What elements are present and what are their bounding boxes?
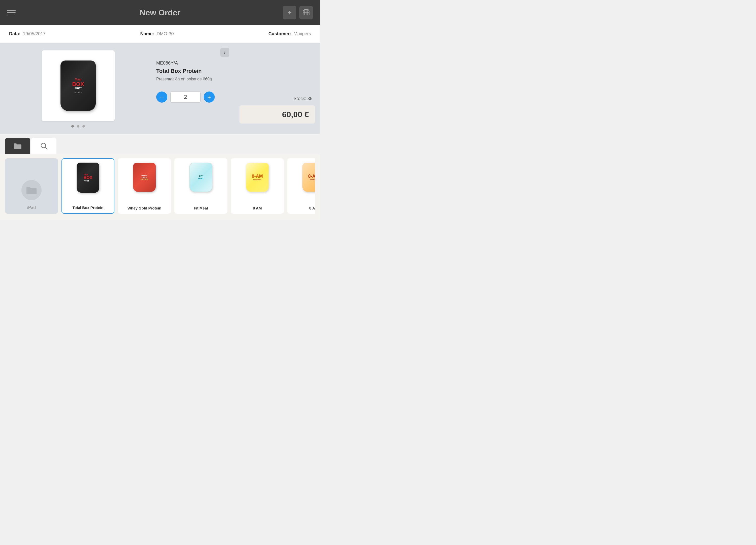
- info-button[interactable]: i: [220, 48, 229, 57]
- decrease-quantity-button[interactable]: −: [156, 91, 167, 103]
- dot-1[interactable]: [71, 125, 74, 127]
- svg-line-7: [45, 147, 47, 149]
- product-grid-label: 8 AM: [287, 206, 315, 210]
- folder-label: iPad: [27, 205, 36, 210]
- product-thumbnail: FIT MEAL: [187, 161, 215, 193]
- product-grid-label: Fit Meal: [174, 206, 227, 210]
- name-value: DMO-30: [157, 31, 174, 37]
- customer-value: Maxpers: [294, 31, 311, 37]
- product-sku: ME086Y/A: [156, 60, 227, 66]
- header-actions: +: [283, 6, 313, 19]
- name-label: Name:: [140, 31, 154, 37]
- folder-icon-container: [21, 180, 42, 200]
- data-value: 19/05/2017: [23, 31, 46, 37]
- product-grid-label: 8 AM: [231, 206, 284, 210]
- name-section: Name: DMO-30: [140, 31, 174, 37]
- product-thumbnail: 8-AM NutriSur: [300, 161, 315, 193]
- increase-quantity-button[interactable]: +: [204, 91, 215, 103]
- list-item[interactable]: WHEY GOLD PROTEIN Whey Gold Protein: [118, 158, 171, 214]
- page-title: New Order: [140, 8, 180, 17]
- customer-section: Customer: Maxpers: [268, 31, 311, 37]
- plus-qty-icon: +: [207, 94, 211, 100]
- cart-icon: [303, 9, 310, 16]
- list-item[interactable]: FIT MEAL Fit Meal: [174, 158, 227, 214]
- product-image-section: Total BOX PROT NutriSur: [5, 48, 151, 128]
- product-name: Total Box Protein: [156, 68, 227, 74]
- dot-2[interactable]: [77, 125, 79, 127]
- dot-3[interactable]: [82, 125, 85, 127]
- search-tab[interactable]: [31, 138, 56, 154]
- product-thumbnail: Total BOX PROT: [74, 161, 102, 194]
- minus-icon: −: [160, 94, 164, 100]
- price-box: 60,00 €: [239, 105, 315, 123]
- list-item[interactable]: iPad: [5, 158, 58, 214]
- product-grid-label: Whey Gold Protein: [118, 206, 171, 210]
- product-bag-image: Total BOX PROT NutriSur: [60, 60, 96, 111]
- quantity-controls: − 2 +: [156, 91, 227, 103]
- product-thumbnail: WHEY GOLD PROTEIN: [131, 161, 158, 193]
- product-info-section: i ME086Y/A Total Box Protein Presentació…: [151, 48, 234, 128]
- product-image-card: Total BOX PROT NutriSur: [42, 50, 115, 121]
- hamburger-menu[interactable]: [7, 10, 16, 15]
- list-item[interactable]: Total BOX PROT Total Box Protein: [61, 158, 114, 214]
- search-tab-icon: [40, 142, 48, 150]
- cart-button[interactable]: [299, 6, 313, 19]
- data-label: Data:: [9, 31, 20, 37]
- product-grid-container: iPad Total BOX PROT Total Box Protein: [0, 154, 320, 220]
- product-grid: iPad Total BOX PROT Total Box Protein: [5, 158, 315, 214]
- product-detail-area: Total BOX PROT NutriSur i ME086Y/A Total…: [0, 43, 320, 134]
- data-section: Data: 19/05/2017: [9, 31, 46, 37]
- product-description: Presentación en bolsa de 660g: [156, 77, 227, 81]
- quantity-input[interactable]: 2: [170, 91, 201, 103]
- list-item[interactable]: 8-AM NutriSur 8 AM: [231, 158, 284, 214]
- info-bar: Data: 19/05/2017 Name: DMO-30 Customer: …: [0, 25, 320, 43]
- browse-tab[interactable]: [5, 138, 30, 154]
- app-header: New Order +: [0, 0, 320, 25]
- product-grid-label: Total Box Protein: [62, 205, 114, 210]
- tabs-bar: [0, 134, 320, 154]
- folder-tab-icon: [13, 142, 22, 149]
- plus-icon: +: [288, 9, 292, 16]
- customer-label: Customer:: [268, 31, 291, 37]
- product-price-section: Stock: 35 60,00 €: [234, 48, 315, 128]
- folder-icon: [26, 185, 37, 194]
- info-icon: i: [224, 50, 225, 55]
- stock-label: Stock: 35: [294, 96, 315, 101]
- price-value: 60,00 €: [282, 110, 309, 119]
- list-item[interactable]: 8-AM NutriSur 8 AM: [287, 158, 315, 214]
- add-button[interactable]: +: [283, 6, 296, 19]
- image-dots: [71, 125, 85, 127]
- product-thumbnail: 8-AM NutriSur: [243, 161, 271, 193]
